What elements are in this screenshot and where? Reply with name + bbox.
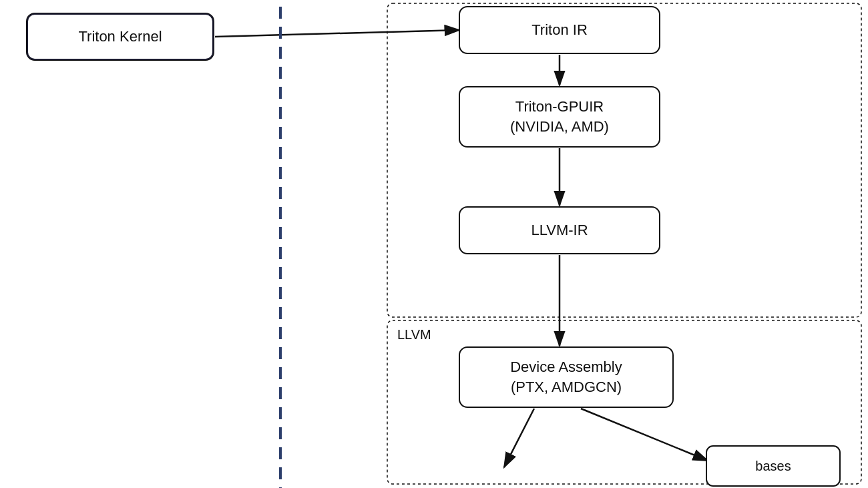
svg-line-14 bbox=[581, 409, 708, 461]
triton-kernel-box: Triton Kernel bbox=[27, 13, 214, 60]
diagram-svg bbox=[0, 0, 868, 488]
triton-gpuir-label: Triton-GPUIR(NVIDIA, AMD) bbox=[510, 97, 609, 136]
bases-label: bases bbox=[755, 459, 791, 474]
device-assembly-label: Device Assembly(PTX, AMDGCN) bbox=[510, 357, 622, 397]
llvm-ir-box: LLVM-IR bbox=[459, 207, 660, 254]
triton-kernel-label: Triton Kernel bbox=[78, 27, 162, 47]
device-assembly-box: Device Assembly(PTX, AMDGCN) bbox=[459, 347, 673, 407]
diagram-container: Triton Kernel Triton IR Triton-GPUIR(NVI… bbox=[0, 0, 868, 488]
svg-line-13 bbox=[504, 409, 534, 467]
llvm-label: LLVM bbox=[397, 327, 431, 342]
svg-line-2 bbox=[215, 30, 459, 37]
bases-box: bases bbox=[706, 446, 840, 486]
triton-ir-box: Triton IR bbox=[459, 7, 660, 53]
llvm-ir-label: LLVM-IR bbox=[531, 222, 588, 239]
triton-ir-label: Triton IR bbox=[531, 21, 588, 39]
triton-gpuir-box: Triton-GPUIR(NVIDIA, AMD) bbox=[459, 87, 660, 147]
